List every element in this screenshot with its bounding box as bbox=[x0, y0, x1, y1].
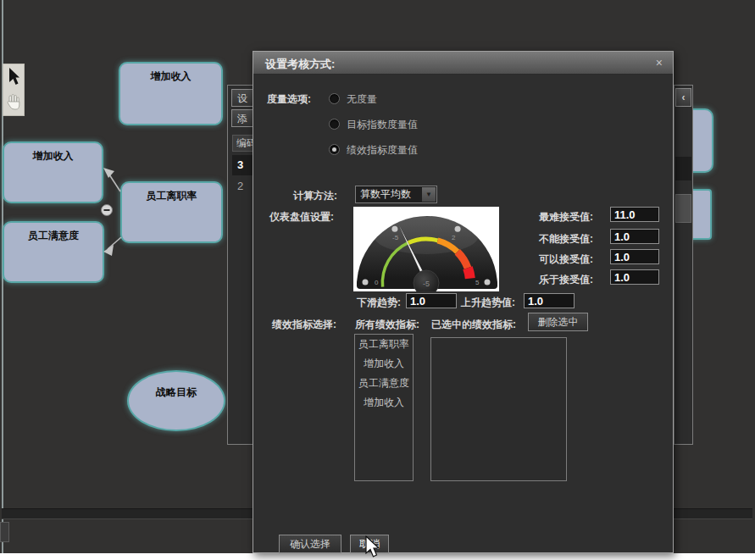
gauge-settings-label: 仪表盘值设置: bbox=[269, 210, 334, 225]
kpi-select-label: 绩效指标选择: bbox=[272, 318, 336, 332]
diagram-node-goal[interactable]: 战略目标 bbox=[127, 370, 225, 431]
close-icon[interactable]: × bbox=[656, 56, 663, 69]
table-column-header[interactable]: 编码 bbox=[232, 135, 254, 152]
chevron-down-icon[interactable]: ▼ bbox=[422, 187, 436, 202]
node-label: 员工满意度 bbox=[28, 230, 79, 241]
arrowhead-icon bbox=[103, 168, 114, 178]
selected-kpi-list[interactable] bbox=[430, 337, 567, 481]
diagram-node[interactable]: 增加收入 bbox=[119, 62, 223, 125]
can-accept-label: 可以接受值: bbox=[539, 252, 593, 267]
radio-kpi-measure-label[interactable]: 绩效指标度量值 bbox=[347, 143, 418, 158]
down-trend-input[interactable] bbox=[406, 293, 457, 308]
arrow-cursor-icon bbox=[7, 68, 21, 86]
svg-text:2: 2 bbox=[452, 234, 456, 241]
list-item[interactable]: 增加收入 bbox=[355, 393, 413, 413]
radio-goal-index[interactable] bbox=[329, 119, 340, 130]
all-kpi-label: 所有绩效指标: bbox=[355, 318, 419, 332]
dialog-title: 设置考核方式: bbox=[265, 57, 335, 72]
node-label: 增加收入 bbox=[33, 150, 74, 162]
diagram-connectors bbox=[95, 161, 132, 261]
diagram-node[interactable]: 员工满意度 bbox=[3, 221, 104, 283]
all-kpi-list[interactable]: 员工离职率 增加收入 员工满意度 增加收入 bbox=[354, 334, 414, 481]
calc-method-value: 算数平均数 bbox=[360, 188, 411, 200]
happy-accept-input[interactable] bbox=[610, 269, 659, 285]
up-trend-input[interactable] bbox=[524, 293, 575, 308]
collapse-panel-button[interactable]: ‹ bbox=[675, 88, 691, 107]
node-label: 员工离职率 bbox=[147, 190, 197, 202]
dialog-titlebar[interactable]: 设置考核方式: × bbox=[253, 52, 673, 75]
list-item[interactable]: 员工离职率 bbox=[355, 335, 413, 354]
background-panel-button[interactable]: 添 bbox=[231, 109, 254, 127]
assessment-dialog: 设置考核方式: × 度量选项: 无度量 目标指数度量值 绩效指标度量值 计算方法… bbox=[253, 51, 674, 553]
background-panel-left-sliver: 设 添 编码 3 2 bbox=[227, 85, 254, 445]
tool-palette bbox=[3, 64, 25, 116]
radio-kpi-measure[interactable] bbox=[329, 144, 340, 155]
selected-kpi-label: 已选中的绩效指标: bbox=[431, 318, 516, 332]
svg-text:0: 0 bbox=[375, 279, 379, 286]
gauge-icon: 0 -5 2 5 -5 bbox=[353, 207, 499, 291]
arrowhead-icon bbox=[103, 245, 114, 256]
delete-selected-button[interactable]: 删除选中 bbox=[528, 313, 588, 331]
background-panel-right-sliver: ‹ bbox=[674, 85, 693, 445]
hardest-accept-input[interactable] bbox=[610, 207, 659, 222]
diagram-node[interactable]: 增加收入 bbox=[3, 141, 103, 203]
select-tool[interactable] bbox=[3, 64, 24, 89]
cannot-accept-input[interactable] bbox=[610, 229, 659, 244]
radio-no-measure-label[interactable]: 无度量 bbox=[347, 92, 377, 107]
calc-method-dropdown[interactable]: 算数平均数 ▼ bbox=[355, 186, 437, 203]
scrollbar-track[interactable] bbox=[675, 157, 691, 180]
list-item[interactable]: 增加收入 bbox=[355, 354, 413, 374]
diagram-node[interactable]: 员工离职率 bbox=[120, 181, 223, 243]
node-label: 增加收入 bbox=[151, 70, 192, 82]
scrollbar-thumb[interactable] bbox=[675, 194, 691, 223]
scrollbar-corner-button[interactable] bbox=[0, 522, 9, 542]
confirm-selection-button[interactable]: 确认选择 bbox=[279, 535, 341, 553]
calc-method-label: 计算方法: bbox=[293, 189, 337, 203]
up-trend-label: 上升趋势值: bbox=[461, 296, 515, 310]
down-trend-label: 下滑趋势: bbox=[357, 296, 401, 310]
cannot-accept-label: 不能接受值: bbox=[539, 232, 593, 247]
radio-goal-index-label[interactable]: 目标指数度量值 bbox=[347, 118, 418, 132]
svg-text:5: 5 bbox=[475, 279, 480, 286]
hand-icon bbox=[6, 93, 21, 110]
gauge-hub-value: -5 bbox=[423, 280, 430, 288]
table-row[interactable]: 3 bbox=[232, 155, 254, 175]
measure-options-label: 度量选项: bbox=[267, 92, 311, 107]
happy-accept-label: 乐于接受值: bbox=[539, 273, 593, 287]
list-item[interactable]: 员工满意度 bbox=[355, 374, 413, 393]
mouse-cursor-icon bbox=[364, 535, 381, 559]
background-panel-button[interactable]: 设 bbox=[231, 89, 254, 107]
table-row[interactable]: 2 bbox=[232, 177, 254, 196]
can-accept-input[interactable] bbox=[610, 249, 659, 264]
hardest-accept-label: 最难接受值: bbox=[539, 210, 593, 225]
chevron-left-icon: ‹ bbox=[682, 91, 686, 103]
svg-text:-5: -5 bbox=[392, 234, 399, 241]
gauge-panel: 0 -5 2 5 -5 bbox=[353, 207, 499, 291]
node-label: 战略目标 bbox=[156, 386, 197, 398]
pan-tool[interactable] bbox=[3, 89, 24, 114]
radio-no-measure[interactable] bbox=[329, 93, 340, 104]
